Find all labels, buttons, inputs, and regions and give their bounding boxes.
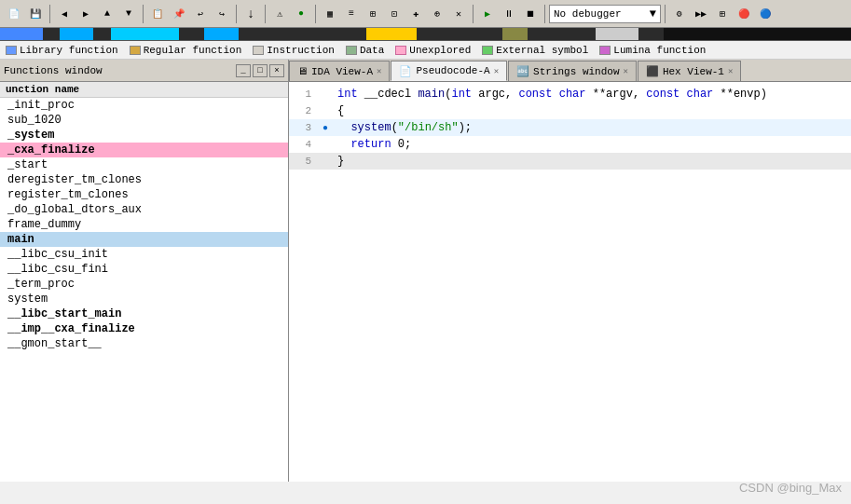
navmap-seg-15 [664,28,851,40]
forward-button[interactable]: ▶ [75,4,96,24]
redo-button[interactable]: ↪ [212,4,232,24]
debugger-dropdown-icon: ▼ [650,7,656,20]
tab-pseudocode[interactable]: 📄 Pseudocode-A ✕ [391,61,507,81]
debugger-select[interactable]: No debugger ▼ [549,5,661,23]
navmap [0,28,851,41]
toolbar-view-group: ▦ ≡ ⊞ ⊡ ✚ ⊕ ✕ [320,4,469,24]
toolbar-file-group: 📄 💾 [4,4,46,24]
view3-button[interactable]: ⊞ [363,4,383,24]
list-item[interactable]: frame_dummy [0,217,288,232]
view2-button[interactable]: ≡ [341,4,362,24]
paste-button[interactable]: 📌 [169,4,189,24]
view5-button[interactable]: ✚ [405,4,426,24]
minimize-button[interactable]: _ [236,64,251,77]
view4-button[interactable]: ⊡ [384,4,405,24]
tab-pseudocode-close-icon[interactable]: ✕ [494,66,499,76]
legend-external: External symbol [482,45,588,56]
code-line-5: 5 } [289,153,851,170]
restore-button[interactable]: □ [253,64,268,77]
function-name-header: unction name [6,84,79,95]
tab-hexview-label: Hex View-1 [663,66,724,77]
legend-data: Data [346,45,384,56]
legend-lumina-color [599,46,611,55]
tabs-row: 🖥 IDA View-A ✕ 📄 Pseudocode-A ✕ 🔤 String… [289,60,851,82]
stop-button[interactable]: ⏹ [520,4,541,24]
functions-panel: Functions window _ □ × unction name _ini… [0,60,289,482]
down-button[interactable]: ▼ [118,4,139,24]
code-panel: 🖥 IDA View-A ✕ 📄 Pseudocode-A ✕ 🔤 String… [289,60,851,482]
up-button[interactable]: ▲ [97,4,117,24]
list-item[interactable]: system [0,292,288,306]
navmap-seg-6 [179,28,204,40]
code-line-4: 4 return 0; [289,136,851,153]
toolbar: 📄 💾 ◀ ▶ ▲ ▼ 📋 📌 ↩ ↪ ↓ ⚠ ● ▦ ≡ ⊞ ⊡ ✚ ⊕ ✕ … [0,0,851,28]
legend-data-label: Data [360,45,384,56]
list-item[interactable]: __libc_csu_fini [0,262,288,277]
tool1-button[interactable]: ⚠ [269,4,290,24]
tab-ida-close-icon[interactable]: ✕ [377,66,381,76]
tab-hexview-close-icon[interactable]: ✕ [728,66,733,76]
functions-list[interactable]: _init_proc sub_1020 _system _cxa_finaliz… [0,98,288,482]
navmap-seg-8 [239,28,366,40]
tab-strings-close-icon[interactable]: ✕ [624,66,628,76]
navmap-seg-1 [0,28,43,40]
toolbar-tools-group: ⚠ ● [269,4,311,24]
line-number-1: 1 [289,89,317,100]
list-item[interactable]: _cxa_finalize [0,143,288,157]
tab-hexview-icon: ⬛ [646,65,659,77]
list-item[interactable]: __imp__cxa_finalize [0,321,288,336]
line-code-3: system("/bin/sh"); [334,121,472,134]
undo-button[interactable]: ↩ [190,4,211,24]
down-arrow-button[interactable]: ↓ [240,4,261,24]
list-item[interactable]: deregister_tm_clones [0,172,288,187]
legend-library-label: Library function [20,45,118,56]
list-item[interactable]: __libc_csu_init [0,247,288,262]
legend-instruction: Instruction [253,45,335,56]
list-item[interactable]: _start [0,157,288,172]
end1-button[interactable]: ⚙ [669,4,690,24]
debugger-label: No debugger [554,8,650,20]
save-button[interactable]: 💾 [25,4,46,24]
list-item[interactable]: __gmon_start__ [0,336,288,351]
tool2-button[interactable]: ● [291,4,311,24]
list-item[interactable]: _term_proc [0,277,288,292]
list-item[interactable]: _system [0,128,288,143]
view1-button[interactable]: ▦ [320,4,340,24]
functions-column-header: unction name [0,82,288,98]
end3-button[interactable]: ⊞ [712,4,733,24]
list-item-main[interactable]: main [0,232,288,247]
copy-button[interactable]: 📋 [147,4,168,24]
end5-button[interactable]: 🔵 [755,4,776,24]
list-item[interactable]: _init_proc [0,98,288,113]
code-line-3: 3 ● system("/bin/sh"); [289,119,851,136]
legend-external-label: External symbol [496,45,588,56]
tab-ida-view[interactable]: 🖥 IDA View-A ✕ [289,61,390,81]
legend-library: Library function [6,45,118,56]
navmap-seg-5 [111,28,179,40]
view7-button[interactable]: ✕ [448,4,469,24]
navmap-seg-13 [596,28,638,40]
pause-button[interactable]: ⏸ [499,4,519,24]
end4-button[interactable]: 🔴 [734,4,754,24]
line-code-4: return 0; [334,138,411,151]
back-button[interactable]: ◀ [54,4,75,24]
main-layout: Functions window _ □ × unction name _ini… [0,60,851,482]
end2-button[interactable]: ▶▶ [691,4,711,24]
sep4 [265,5,266,23]
toolbar-nav-group: ◀ ▶ ▲ ▼ [54,4,139,24]
sep7 [544,5,545,23]
run-button[interactable]: ▶ [477,4,498,24]
view6-button[interactable]: ⊕ [427,4,447,24]
legend-bar: Library function Regular function Instru… [0,41,851,60]
list-item[interactable]: register_tm_clones [0,187,288,202]
list-item[interactable]: sub_1020 [0,113,288,128]
new-button[interactable]: 📄 [4,4,24,24]
list-item[interactable]: __libc_start_main [0,306,288,321]
sep3 [236,5,237,23]
functions-title: Functions window [4,65,103,76]
titlebar-buttons: _ □ × [236,64,284,77]
close-button[interactable]: × [269,64,284,77]
tab-hexview[interactable]: ⬛ Hex View-1 ✕ [638,61,741,81]
list-item[interactable]: _do_global_dtors_aux [0,202,288,217]
tab-strings[interactable]: 🔤 Strings window ✕ [508,61,637,81]
